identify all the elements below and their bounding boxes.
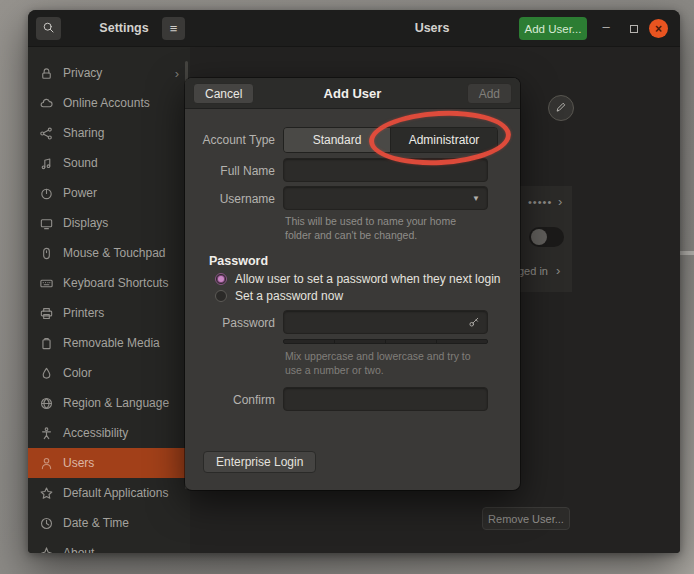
maximize-icon: [630, 25, 638, 33]
power-icon: [39, 186, 54, 201]
sidebar-item-accessibility[interactable]: Accessibility: [28, 418, 190, 448]
star-icon: [39, 486, 54, 501]
sidebar-item-label: Sound: [63, 156, 98, 170]
sidebar-nav: Privacy › Online Accounts Sharing Sound …: [28, 47, 190, 553]
dialog-header: Cancel Add User Add: [185, 78, 520, 109]
sidebar-item-date-time[interactable]: Date & Time: [28, 508, 190, 538]
password-label: Password: [185, 316, 275, 330]
share-icon: [39, 126, 54, 141]
keyboard-icon: [39, 276, 54, 291]
cloud-icon: [39, 96, 54, 111]
sidebar-item-mouse-touchpad[interactable]: Mouse & Touchpad: [28, 238, 190, 268]
sidebar-item-label: Sharing: [63, 126, 104, 140]
sidebar-item-label: Privacy: [63, 66, 102, 80]
users-icon: [39, 456, 54, 471]
sidebar-item-default-applications[interactable]: Default Applications: [28, 478, 190, 508]
sidebar-item-power[interactable]: Power: [28, 178, 190, 208]
automatic-login-toggle[interactable]: [529, 227, 564, 247]
color-icon: [39, 366, 54, 381]
username-label: Username: [185, 192, 275, 206]
remove-user-button[interactable]: Remove User...: [482, 507, 570, 530]
sidebar-item-label: About: [63, 546, 94, 553]
sidebar-item-label: Date & Time: [63, 516, 129, 530]
sidebar-item-sound[interactable]: Sound: [28, 148, 190, 178]
dialog-title: Add User: [324, 86, 382, 101]
sidebar-item-users[interactable]: Users: [28, 448, 190, 478]
close-icon: ×: [655, 22, 662, 36]
minimize-button[interactable]: –: [596, 17, 616, 40]
titlebar: Settings ≡ Users Add User... – ×: [28, 10, 680, 47]
sidebar-item-color[interactable]: Color: [28, 358, 190, 388]
add-button[interactable]: Add: [467, 83, 512, 104]
maximize-button[interactable]: [624, 17, 644, 40]
sidebar-item-label: Color: [63, 366, 92, 380]
enterprise-login-button[interactable]: Enterprise Login: [203, 451, 316, 473]
password-input[interactable]: [283, 310, 488, 334]
sidebar-item-label: Accessibility: [63, 426, 128, 440]
dropdown-arrow-icon[interactable]: ▼: [472, 187, 480, 209]
page-title: Users: [328, 10, 536, 47]
lock-icon: [39, 66, 54, 81]
sidebar-item-displays[interactable]: Displays: [28, 208, 190, 238]
username-hint: This will be used to name your home fold…: [285, 214, 485, 242]
sound-icon: [39, 156, 54, 171]
sidebar-item-privacy[interactable]: Privacy ›: [28, 58, 190, 88]
pencil-icon: [555, 99, 567, 117]
clock-icon: [39, 516, 54, 531]
sidebar-item-label: Online Accounts: [63, 96, 150, 110]
minimize-icon: –: [602, 19, 609, 34]
logged-in-row-fragment: ged in: [518, 265, 548, 277]
sidebar-item-keyboard-shortcuts[interactable]: Keyboard Shortcuts: [28, 268, 190, 298]
sidebar-item-label: Displays: [63, 216, 108, 230]
printer-icon: [39, 306, 54, 321]
sidebar-item-removable-media[interactable]: Removable Media: [28, 328, 190, 358]
radio-password-set-now[interactable]: Set a password now: [215, 289, 343, 303]
sidebar-item-label: Region & Language: [63, 396, 169, 410]
sidebar-item-label: Default Applications: [63, 486, 168, 500]
radio-password-next-login[interactable]: Allow user to set a password when they n…: [215, 272, 500, 286]
password-hint: Mix uppercase and lowercase and try to u…: [285, 349, 485, 377]
sidebar-item-about[interactable]: About: [28, 538, 190, 553]
radio-label: Allow user to set a password when they n…: [235, 272, 500, 286]
about-icon: [39, 546, 54, 554]
radio-label: Set a password now: [235, 289, 343, 303]
sidebar-item-label: Printers: [63, 306, 104, 320]
hamburger-icon: ≡: [170, 21, 178, 36]
confirm-label: Confirm: [185, 393, 275, 407]
sidebar-item-label: Keyboard Shortcuts: [63, 276, 168, 290]
password-strength-meter: [283, 339, 488, 344]
search-icon: [42, 20, 55, 38]
wallpaper-detail: [678, 251, 694, 255]
username-input[interactable]: ▼: [283, 186, 488, 210]
sidebar-item-label: Power: [63, 186, 97, 200]
display-icon: [39, 216, 54, 231]
toggle-knob: [531, 229, 547, 245]
sidebar-item-region-language[interactable]: Region & Language: [28, 388, 190, 418]
sidebar-item-printers[interactable]: Printers: [28, 298, 190, 328]
add-user-titlebar-button[interactable]: Add User...: [519, 17, 587, 40]
sidebar-item-online-accounts[interactable]: Online Accounts: [28, 88, 190, 118]
radio-icon: [215, 273, 227, 285]
accessibility-icon: [39, 426, 54, 441]
sidebar-item-label: Removable Media: [63, 336, 160, 350]
sidebar-item-label: Users: [63, 456, 94, 470]
globe-icon: [39, 396, 54, 411]
search-button[interactable]: [36, 17, 61, 40]
close-button[interactable]: ×: [649, 19, 668, 38]
full-name-label: Full Name: [185, 164, 275, 178]
account-type-label: Account Type: [185, 133, 275, 147]
radio-icon: [215, 290, 227, 302]
sidebar-item-sharing[interactable]: Sharing: [28, 118, 190, 148]
menu-button[interactable]: ≡: [162, 17, 185, 40]
sidebar-item-label: Mouse & Touchpad: [63, 246, 166, 260]
confirm-input[interactable]: [283, 387, 488, 411]
mouse-icon: [39, 246, 54, 261]
password-dots: •••••: [528, 196, 552, 208]
desktop: Settings ≡ Users Add User... – × Privacy…: [0, 0, 694, 574]
cancel-button[interactable]: Cancel: [193, 83, 254, 104]
chevron-right-icon: ›: [556, 263, 560, 278]
edit-avatar-button[interactable]: [548, 95, 574, 121]
generate-password-key-icon[interactable]: [468, 311, 480, 333]
chevron-right-icon: ›: [175, 66, 179, 81]
chevron-right-icon: ›: [558, 194, 562, 209]
